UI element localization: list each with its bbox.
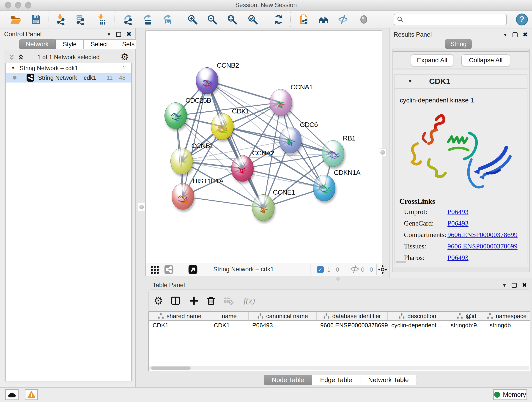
delete-column-icon[interactable] [205, 295, 217, 307]
panel-float-icon[interactable] [513, 32, 518, 37]
scrollbar-thumb[interactable] [151, 366, 191, 370]
toggle-visibility-icon[interactable] [337, 13, 349, 26]
search-box[interactable] [394, 14, 507, 25]
expand-all-button[interactable]: Expand All [411, 54, 453, 66]
warning-button[interactable] [25, 389, 38, 400]
column-header-database-identifier[interactable]: database identifier [317, 312, 388, 320]
tab-string[interactable]: String [445, 39, 472, 49]
tree-expand-icon[interactable]: ▼ [11, 66, 15, 70]
export-table-icon[interactable] [141, 13, 152, 26]
tab-style[interactable]: Style [56, 39, 84, 49]
edge[interactable] [207, 81, 263, 208]
fit-selected-crosshair-icon[interactable] [378, 264, 388, 274]
cell[interactable]: CDK1 [210, 321, 249, 330]
refresh-icon[interactable] [273, 13, 285, 26]
cell[interactable]: stringdb:9... [447, 321, 486, 330]
network-share-toggle-icon[interactable] [164, 264, 174, 274]
zoom-out-icon[interactable] [206, 13, 218, 26]
cell[interactable]: P06493 [249, 321, 317, 330]
right-splitter-handle[interactable] [379, 148, 386, 156]
export-image-icon[interactable] [161, 13, 172, 26]
crosslink-link[interactable]: 9606.ENSP00000378699 [447, 231, 518, 239]
panel-menu-icon[interactable]: ▼ [502, 283, 507, 288]
edge[interactable] [183, 196, 263, 208]
network-view-title: String Network – cdk1 [213, 266, 274, 273]
collapse-section-icon[interactable]: ▼ [408, 78, 413, 84]
protein-section-header[interactable]: ▼ CDK1 [394, 74, 527, 89]
network-canvas[interactable]: CCNB2CCNA1CDC25BCDK1CDC6RB1CCNB1CCNA2CDK… [146, 31, 382, 263]
import-table-icon[interactable] [95, 13, 107, 26]
table-settings-gear-icon[interactable]: ⚙ [152, 295, 164, 307]
tree-row-network[interactable]: String Network – cdk1 11 48 [6, 73, 131, 83]
node-hist1h1a[interactable] [172, 183, 194, 210]
node-cdk1[interactable] [211, 113, 234, 140]
column-header-canonical-name[interactable]: canonical name [249, 312, 317, 320]
table-horizontal-scrollbar[interactable] [149, 366, 529, 370]
table-row[interactable]: CDK1CDK1P064939606.ENSP00000378699cyclin… [149, 321, 530, 330]
panel-float-icon[interactable] [512, 283, 517, 288]
tab-node-table[interactable]: Node Table [264, 375, 312, 385]
crosslink-link[interactable]: 9606.ENSP00000378699 [447, 242, 518, 250]
column-header--id[interactable]: @id [447, 312, 486, 320]
crosslink-link[interactable]: P06493 [447, 208, 469, 216]
cell[interactable]: cyclin-dependent ... [388, 321, 447, 330]
tab-network[interactable]: Network [19, 39, 56, 49]
horizontal-splitter-handle[interactable] [336, 277, 340, 281]
protein-description: cyclin-dependent kinase 1 [400, 97, 474, 104]
column-header-shared-name[interactable]: shared name [149, 312, 210, 320]
node-ccnb1[interactable] [171, 148, 193, 174]
left-splitter-handle[interactable] [138, 203, 146, 211]
tab-select[interactable]: Select [84, 39, 115, 49]
selected-checkbox-icon[interactable]: ✓ [315, 264, 325, 274]
eye-icon[interactable] [358, 13, 370, 26]
tree-row-collection[interactable]: ▼ String Network – cdk1 1 [6, 63, 131, 73]
column-header-namespace[interactable]: namespace [486, 312, 527, 320]
node-cdc6[interactable] [279, 127, 302, 153]
panel-close-icon[interactable]: ✖ [523, 32, 528, 38]
export-network-icon[interactable] [121, 13, 133, 26]
home-icon[interactable] [317, 13, 329, 26]
results-scrollbar[interactable] [396, 261, 406, 263]
node-cdc25b[interactable] [165, 102, 187, 129]
gear-icon[interactable]: ⚙ [120, 52, 129, 61]
column-header-description[interactable]: description [388, 312, 447, 320]
crosslink-link[interactable]: P06493 [447, 254, 469, 262]
help-button[interactable]: ? [516, 13, 528, 26]
zoom-fit-icon[interactable] [226, 13, 238, 26]
node-ccna1[interactable] [270, 89, 292, 116]
table-header-row: shared namenamecanonical namedatabase id… [149, 312, 530, 321]
grid-view-icon[interactable] [150, 264, 160, 274]
delete-table-icon [223, 295, 234, 307]
crosslink-link[interactable]: P06493 [447, 219, 469, 227]
panel-close-icon[interactable]: ✖ [126, 31, 132, 37]
search-input[interactable] [405, 16, 504, 23]
cell[interactable]: 9606.ENSP00000378699 [317, 321, 388, 330]
open-session-icon[interactable] [10, 13, 22, 26]
document-share-icon[interactable] [298, 13, 310, 26]
node-cdkn1a[interactable] [313, 175, 336, 201]
collapse-all-button[interactable]: Collapse All [462, 54, 510, 66]
save-session-icon[interactable] [30, 13, 42, 26]
tab-network-table[interactable]: Network Table [360, 375, 417, 385]
cell[interactable]: CDK1 [149, 321, 210, 330]
cell[interactable]: stringdb [486, 321, 527, 330]
birds-eye-view-icon[interactable] [188, 264, 198, 274]
node-ccnb2[interactable] [196, 67, 218, 94]
panel-close-icon[interactable]: ✖ [522, 282, 527, 288]
node-rb1[interactable] [322, 140, 344, 167]
node-ccna2[interactable] [231, 155, 254, 182]
tab-edge-table[interactable]: Edge Table [312, 375, 360, 385]
add-column-icon[interactable] [188, 295, 200, 307]
panel-float-icon[interactable] [116, 32, 121, 37]
panel-menu-icon[interactable]: ▼ [503, 32, 508, 37]
zoom-selected-icon[interactable] [247, 13, 259, 26]
memory-button[interactable]: Memory [493, 389, 527, 400]
import-network-database-icon[interactable] [74, 13, 86, 26]
import-network-file-icon[interactable] [54, 13, 66, 26]
zoom-in-icon[interactable] [186, 13, 198, 26]
panel-menu-icon[interactable]: ▼ [107, 32, 111, 37]
show-columns-icon[interactable] [170, 295, 181, 307]
cloud-button[interactable] [5, 389, 19, 400]
column-header-name[interactable]: name [210, 312, 249, 320]
node-ccne1[interactable] [252, 194, 274, 221]
